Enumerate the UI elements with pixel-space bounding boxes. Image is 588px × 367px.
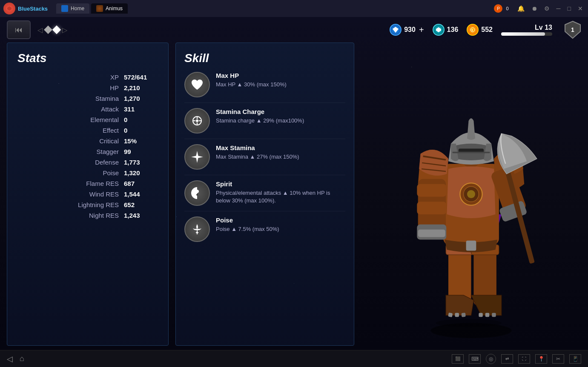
svg-rect-21 bbox=[448, 313, 453, 317]
svg-rect-22 bbox=[455, 313, 459, 317]
skill-info-stamina-charge: Stamina Charge Stamina charge ▲ 29% (max… bbox=[216, 108, 345, 125]
svg-marker-3 bbox=[436, 27, 441, 32]
svg-rect-36 bbox=[417, 202, 446, 214]
fleur-icon bbox=[190, 222, 204, 236]
stats-row-poise: Poise 1,320 bbox=[17, 168, 158, 178]
stats-row-critical: Critical 15% bbox=[17, 136, 158, 146]
svg-rect-24 bbox=[479, 313, 483, 317]
title-bar: BlueStacks Home Animus P 0 🔔 ⏺ ⚙ ─ □ ✕ bbox=[0, 0, 588, 17]
stat-value-defense: 1,773 bbox=[124, 159, 158, 166]
skill-desc-max-stamina: Max Stamina ▲ 27% (max 150%) bbox=[216, 153, 345, 161]
tab-animus[interactable]: Animus bbox=[91, 3, 128, 14]
stat-value-lightningres: 652 bbox=[124, 201, 158, 208]
svg-point-30 bbox=[467, 190, 475, 198]
nav-controls: ◁ ▷ bbox=[37, 26, 67, 34]
tab-animus-icon bbox=[96, 5, 103, 12]
minimize-icon[interactable]: ─ bbox=[555, 4, 562, 13]
record-icon[interactable]: ⏺ bbox=[530, 4, 539, 13]
back-icon: ⏮ bbox=[15, 26, 23, 34]
taskbar-multiwindow-icon[interactable]: ⬛ bbox=[452, 354, 464, 364]
top-hud: ⏮ ◁ ▷ 930 + 136 bbox=[0, 17, 588, 43]
bluestacks-label: BlueStacks bbox=[18, 6, 48, 12]
stat-value-flameres: 687 bbox=[124, 180, 158, 187]
nav-dot2-icon[interactable] bbox=[52, 26, 61, 34]
notification-p-icon[interactable]: P bbox=[494, 4, 502, 13]
character-figure bbox=[361, 43, 581, 346]
skill-item-max-stamina[interactable]: Max Stamina Max Stamina ▲ 27% (max 150%) bbox=[184, 144, 345, 175]
taskbar-scissors-icon[interactable]: ✂ bbox=[552, 354, 564, 364]
stat-label-elemental: Elemental bbox=[17, 116, 119, 123]
skill-item-poise[interactable]: Poise Poise ▲ 7.5% (max 50%) bbox=[184, 216, 345, 247]
svg-rect-35 bbox=[417, 184, 446, 197]
stat-label-defense: Defense bbox=[17, 159, 119, 166]
taskbar-back-icon[interactable]: ◁ bbox=[7, 354, 13, 364]
taskbar-location-icon[interactable]: 📍 bbox=[535, 354, 547, 364]
skill-info-spirit: Spirit Physical/elemental attacks ▲ 10% … bbox=[216, 180, 345, 205]
skill-item-spirit[interactable]: Spirit Physical/elemental attacks ▲ 10% … bbox=[184, 180, 345, 211]
diamond-plus-button[interactable]: + bbox=[419, 25, 424, 35]
game-area: ⏮ ◁ ▷ 930 + 136 bbox=[0, 17, 588, 350]
currency-diamond: 930 + bbox=[390, 24, 424, 36]
svg-point-46 bbox=[436, 319, 501, 327]
stats-row-elemental: Elemental 0 bbox=[17, 114, 158, 125]
stats-row-windres: Wind RES 1,544 bbox=[17, 189, 158, 199]
stat-value-xp: 572/641 bbox=[124, 74, 158, 81]
taskbar-cast-icon[interactable]: ⇄ bbox=[501, 354, 513, 364]
stat-label-flameres: Flame RES bbox=[17, 180, 119, 187]
stats-row-nightres: Night RES 1,243 bbox=[17, 210, 158, 221]
stats-panel: Stats XP 572/641 HP 2,210 Stamina 1,270 … bbox=[7, 43, 169, 346]
skill-title: Skill bbox=[184, 51, 345, 65]
stats-row-hp: HP 2,210 bbox=[17, 83, 158, 93]
maximize-icon[interactable]: □ bbox=[566, 4, 573, 13]
skill-info-poise: Poise Poise ▲ 7.5% (max 50%) bbox=[216, 216, 345, 233]
coin-icon: $ bbox=[467, 24, 479, 36]
tab-home[interactable]: Home bbox=[56, 3, 89, 14]
exp-bar-fill bbox=[501, 32, 545, 36]
taskbar-home-icon[interactable]: ⌂ bbox=[20, 354, 24, 364]
bell-icon[interactable]: 🔔 bbox=[516, 4, 526, 13]
taskbar-keyboard-icon[interactable]: ⌨ bbox=[469, 354, 481, 364]
stat-label-attack: Attack bbox=[17, 105, 119, 113]
stats-row-stamina: Stamina 1,270 bbox=[17, 93, 158, 104]
stat-value-attack: 311 bbox=[124, 105, 158, 113]
stats-row-lightningres: Lightning RES 652 bbox=[17, 199, 158, 210]
skill-info-max-stamina: Max Stamina Max Stamina ▲ 27% (max 150%) bbox=[216, 144, 345, 161]
taskbar: ◁ ⌂ ⬛ ⌨ ◎ ⇄ ⛶ 📍 ✂ 📱 bbox=[0, 350, 588, 367]
nav-next-icon[interactable]: ▷ bbox=[62, 26, 67, 34]
stat-value-windres: 1,544 bbox=[124, 191, 158, 198]
tab-home-label: Home bbox=[71, 6, 84, 11]
tab-home-icon bbox=[61, 5, 68, 12]
coin-value: 552 bbox=[481, 26, 493, 34]
stats-row-attack: Attack 311 bbox=[17, 104, 158, 114]
skill-icon-spirit bbox=[184, 180, 210, 206]
nav-prev-icon[interactable]: ◁ bbox=[37, 26, 43, 34]
skill-name-spirit: Spirit bbox=[216, 180, 345, 188]
svg-rect-25 bbox=[485, 313, 490, 317]
skill-name-poise: Poise bbox=[216, 216, 345, 224]
svg-rect-45 bbox=[466, 241, 476, 251]
level-text: Lv 13 bbox=[535, 24, 552, 31]
skill-name-max-stamina: Max Stamina bbox=[216, 144, 345, 151]
skill-item-max-hp[interactable]: Max HP Max HP ▲ 30% (max 150%) bbox=[184, 72, 345, 103]
nav-dot1-icon[interactable] bbox=[44, 26, 52, 34]
stat-value-effect: 0 bbox=[124, 127, 158, 134]
window-controls: P 0 🔔 ⏺ ⚙ ─ □ ✕ bbox=[494, 4, 585, 13]
stat-label-hp: HP bbox=[17, 84, 119, 91]
skill-item-stamina-charge[interactable]: Stamina Charge Stamina charge ▲ 29% (max… bbox=[184, 108, 345, 139]
stat-label-critical: Critical bbox=[17, 137, 119, 145]
svg-rect-44 bbox=[453, 152, 490, 154]
skill-desc-spirit: Physical/elemental attacks ▲ 10% when HP… bbox=[216, 189, 345, 205]
close-icon[interactable]: ✕ bbox=[576, 4, 585, 13]
svg-text:$: $ bbox=[471, 28, 473, 31]
currency-coin: $ 552 bbox=[467, 24, 493, 36]
taskbar-camera-icon[interactable]: ◎ bbox=[486, 354, 496, 364]
back-button[interactable]: ⏮ bbox=[7, 20, 31, 39]
taskbar-device-icon[interactable]: 📱 bbox=[569, 354, 581, 364]
taskbar-fullscreen-icon[interactable]: ⛶ bbox=[518, 354, 530, 364]
settings-icon[interactable]: ⚙ bbox=[542, 4, 551, 13]
gem-icon bbox=[433, 24, 445, 36]
svg-point-12 bbox=[196, 194, 198, 196]
hud-resources: 930 + 136 $ 552 Lv 13 bbox=[390, 20, 581, 39]
taskbar-left: ◁ ⌂ bbox=[7, 354, 24, 364]
star4-icon bbox=[190, 150, 204, 164]
